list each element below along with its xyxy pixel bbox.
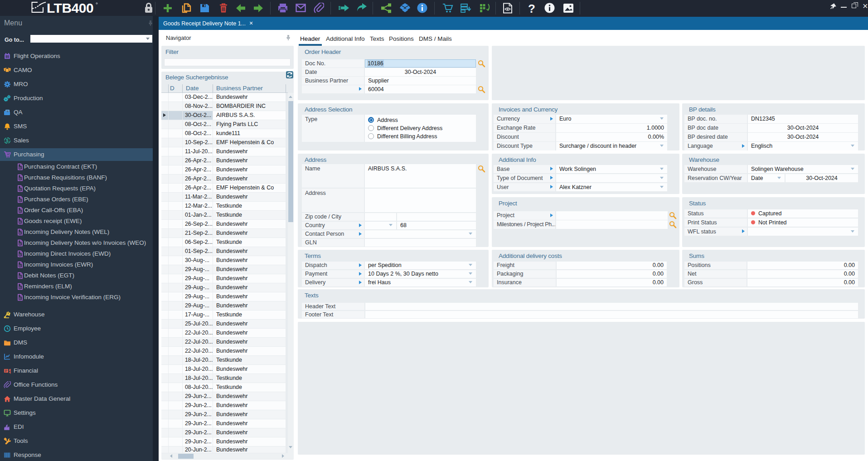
svg-text:$: $: [9, 368, 11, 374]
svg-text:$: $: [6, 138, 9, 143]
svg-text:LTB400: LTB400: [47, 1, 93, 15]
